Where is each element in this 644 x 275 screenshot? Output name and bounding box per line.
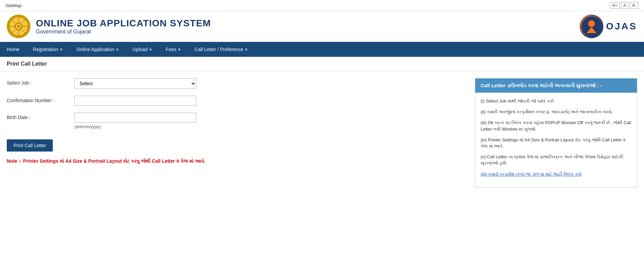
nav-home[interactable]: Home [0,42,26,57]
info-box-header: Call Letter ડાઉનલોડ કરવા માટેની અગત્યની … [475,78,637,93]
info-item-3: (iii) Ok બટન પર ક્લિક કરતાં પહેલા POPUP … [481,120,631,132]
confirmation-number-row: Confirmation Number : [7,96,468,106]
svg-point-3 [17,25,20,28]
main-nav: Home Registration ▼ Online Application ▼… [0,42,644,57]
info-item-2: (ii) તમારી અરજીનો કન્ફર્મેશન નંબર (૮ આંક… [481,109,631,115]
header-left: ONLINE JOB APPLICATION SYSTEM Government… [7,15,211,38]
select-job-row: Select Job : Select [7,78,468,89]
info-box-body: (i) Select Job માથી જોઇતી જૉ પસંદ કરો. (… [475,93,637,187]
form-section: Select Job : Select Confirmation Number … [7,78,468,188]
select-job-label: Select Job : [7,78,74,86]
nav-call-letter[interactable]: Call Letter / Preference ▼ [188,42,255,57]
select-job-dropdown[interactable]: Select [74,78,196,89]
ojas-logo: OJAS [580,15,637,38]
nav-upload[interactable]: Upload ▼ [126,42,159,57]
font-decrease-button[interactable]: A- [630,2,639,9]
birth-date-input[interactable] [74,113,196,123]
print-call-letter-button[interactable]: Print Call Letter [7,139,53,152]
ojas-emblem [580,15,603,38]
nav-call-letter-arrow: ▼ [245,48,248,51]
info-item-1: (i) Select Job માથી જોઇતી જૉ પસંદ કરો. [481,98,631,104]
info-item-4: (iv) Printer Settings માં A4 Size & Port… [481,137,631,149]
nav-fees-arrow: ▼ [178,48,181,51]
font-normal-button[interactable]: A [621,2,628,9]
note-text: Note :- Printer Settings માં A4 Size & P… [7,158,468,164]
main-content: Select Job : Select Confirmation Number … [0,71,644,194]
nav-registration[interactable]: Registration ▼ [26,42,70,57]
birth-date-row: Birth Date : (dd/mm/yyyy) [7,113,468,129]
confirmation-number-label: Confirmation Number : [7,96,74,103]
nav-upload-arrow: ▼ [149,48,152,51]
svg-point-13 [588,20,595,27]
site-title: ONLINE JOB APPLICATION SYSTEM [36,18,211,29]
site-subtitle: Government of Gujarat [36,29,211,35]
nav-online-application-arrow: ▼ [116,48,119,51]
header-title: ONLINE JOB APPLICATION SYSTEM Government… [36,18,211,35]
select-job-input-wrap: Select [74,78,468,89]
nav-registration-arrow: ▼ [60,48,63,51]
confirmation-number-input-wrap [74,96,468,106]
font-controls: A+ A A- [610,2,639,9]
nav-online-application[interactable]: Online Application ▼ [70,42,126,57]
font-increase-button[interactable]: A+ [610,2,620,9]
info-box: Call Letter ડાઉનલોડ કરવા માટેની અગત્યની … [475,78,637,188]
sitemap-link[interactable]: SiteMap [5,3,22,8]
birth-date-label: Birth Date : [7,113,74,120]
date-hint: (dd/mm/yyyy) [74,124,468,129]
page-heading: Print Call Letter [0,57,644,71]
ojas-text: OJAS [606,21,637,32]
top-bar: SiteMap A+ A A- [0,0,644,11]
info-item-6[interactable]: (vi) તમારો કન્ફ્ર્મેશ નબ્ર જ્ાાળ્ વા માટ… [481,171,631,177]
confirmation-number-input[interactable] [74,96,196,106]
birth-date-input-wrap: (dd/mm/yyyy) [74,113,468,129]
nav-fees[interactable]: Fees ▼ [159,42,188,57]
info-item-5: (v) Call Letter ના પ્રથમ પેજ માં ફાજરીપત… [481,154,631,166]
site-header: ONLINE JOB APPLICATION SYSTEM Government… [0,11,644,42]
government-logo [7,15,30,38]
